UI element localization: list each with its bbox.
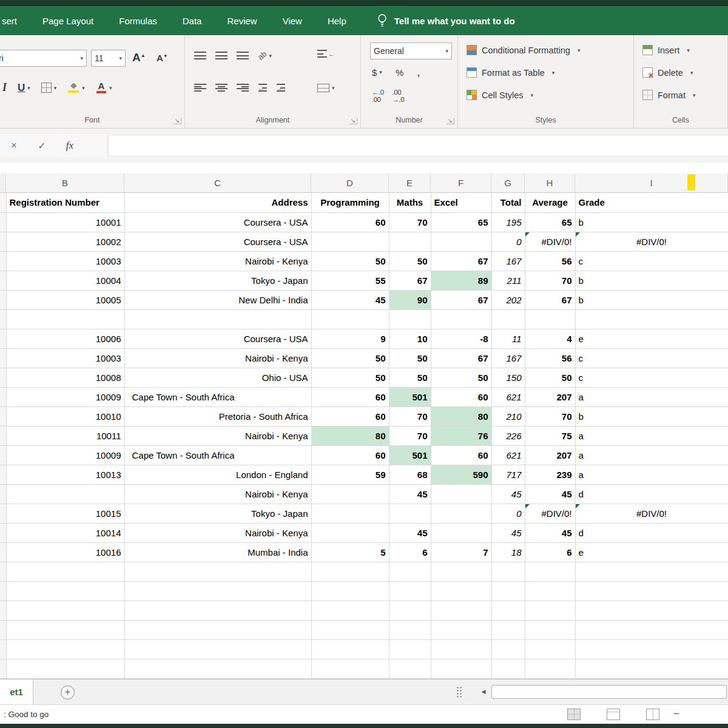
cell-grade[interactable]: a <box>575 387 728 406</box>
cell-d[interactable]: 80 <box>311 426 389 445</box>
cell-total[interactable]: 195 <box>491 212 525 232</box>
cell-empty[interactable] <box>6 620 124 639</box>
merge-center-button[interactable]: ▾ <box>317 84 335 92</box>
cell-empty[interactable] <box>575 601 728 620</box>
cell-total[interactable]: 11 <box>491 329 525 348</box>
scrollbar-thumb[interactable] <box>491 685 727 699</box>
cell-f[interactable]: 76 <box>431 426 491 445</box>
cell-empty[interactable] <box>311 562 389 581</box>
cell-grade[interactable]: b <box>575 290 728 309</box>
cell-total[interactable]: 150 <box>491 368 525 387</box>
header-cell-addr[interactable]: Address <box>124 193 311 212</box>
cell-e[interactable]: 68 <box>389 465 431 484</box>
header-cell-reg[interactable]: Registration Number <box>6 193 124 212</box>
cell-grade[interactable]: #DIV/0! <box>575 504 728 523</box>
cell-grade[interactable]: b <box>575 406 728 426</box>
cell-d[interactable]: 60 <box>311 445 389 465</box>
cell-empty[interactable] <box>491 639 525 659</box>
cell-addr[interactable]: Nairobi - Kenya <box>124 251 311 271</box>
cell-grade[interactable]: b <box>575 271 728 290</box>
ribbon-tab-formulas[interactable]: Formulas <box>106 16 170 26</box>
font-name-select[interactable]: ri ▾ <box>0 50 87 67</box>
cell-reg[interactable]: 10015 <box>6 504 124 523</box>
cell-addr[interactable]: Nairobi - Kenya <box>124 484 311 504</box>
cell-grade[interactable]: e <box>575 329 728 348</box>
cell-total[interactable] <box>491 309 525 329</box>
font-dialog-launcher-icon[interactable]: ↘ <box>174 118 181 124</box>
cell-empty[interactable] <box>311 581 389 601</box>
cell-addr[interactable]: London - England <box>124 465 311 484</box>
cell-empty[interactable] <box>389 562 431 581</box>
format-cells-button[interactable]: Format ▾ <box>642 90 695 100</box>
cell-d[interactable]: 60 <box>311 387 389 406</box>
underline-button[interactable]: U▾ <box>18 82 30 94</box>
cell-empty[interactable] <box>311 620 389 639</box>
format-as-table-button[interactable]: Format as Table ▾ <box>467 67 554 78</box>
cell-total[interactable]: 0 <box>491 232 525 251</box>
header-cell-grade[interactable]: Grade <box>575 193 728 212</box>
cell-empty[interactable] <box>389 620 431 639</box>
cell-d[interactable]: 5 <box>311 542 389 562</box>
cell-addr[interactable]: Tokyo - Japan <box>124 271 311 290</box>
cell-e[interactable]: 50 <box>389 348 431 368</box>
cell-e[interactable]: 45 <box>389 523 431 542</box>
insert-function-button[interactable]: fx <box>56 140 84 152</box>
cell-f[interactable]: 67 <box>431 251 491 271</box>
cell-f[interactable]: 89 <box>431 271 491 290</box>
column-header-D[interactable]: D <box>311 174 389 192</box>
cell-f[interactable] <box>431 309 491 329</box>
cell-avg[interactable]: 4 <box>525 329 575 348</box>
cell-empty[interactable] <box>491 601 525 620</box>
cell-styles-button[interactable]: Cell Styles ▾ <box>467 90 533 100</box>
normal-view-icon[interactable] <box>567 709 581 720</box>
cell-d[interactable]: 55 <box>311 271 389 290</box>
cell-avg[interactable]: 50 <box>525 368 575 387</box>
cell-grade[interactable]: c <box>575 251 728 271</box>
comma-format-button[interactable]: , <box>417 66 420 79</box>
cell-empty[interactable] <box>389 581 431 601</box>
ribbon-tab-view[interactable]: View <box>270 16 315 26</box>
cell-empty[interactable] <box>311 601 389 620</box>
increase-font-size-button[interactable]: A▲ <box>132 51 146 64</box>
cell-d[interactable]: 60 <box>311 406 389 426</box>
cell-empty[interactable] <box>575 620 728 639</box>
align-right-button[interactable] <box>237 84 249 92</box>
cell-avg[interactable]: 67 <box>525 290 575 309</box>
align-center-button[interactable] <box>215 84 228 92</box>
new-sheet-button[interactable]: + <box>61 686 75 699</box>
cell-reg[interactable]: 10009 <box>6 445 124 465</box>
borders-button[interactable]: ▾ <box>41 83 57 93</box>
cell-avg[interactable]: 70 <box>525 406 575 426</box>
cell-total[interactable]: 167 <box>491 251 525 271</box>
cell-empty[interactable] <box>124 639 311 659</box>
sheet-tab-active[interactable]: et1 <box>0 679 33 704</box>
cell-avg[interactable]: 207 <box>525 387 575 406</box>
cell-addr[interactable]: Coursera - USA <box>124 212 311 232</box>
horizontal-scrollbar[interactable]: ◀ <box>473 684 727 699</box>
cell-empty[interactable] <box>575 581 728 601</box>
cell-grade[interactable] <box>575 309 728 329</box>
cell-f[interactable]: 50 <box>431 368 491 387</box>
cell-reg[interactable] <box>6 309 124 329</box>
cell-empty[interactable] <box>525 581 575 601</box>
column-header-B[interactable]: B <box>6 174 124 192</box>
cell-f[interactable]: 60 <box>431 387 491 406</box>
cell-f[interactable]: 60 <box>431 445 491 465</box>
cell-empty[interactable] <box>124 620 311 639</box>
cell-empty[interactable] <box>124 581 311 601</box>
cell-avg[interactable]: 207 <box>525 445 575 465</box>
cell-addr[interactable]: Tokyo - Japan <box>124 504 311 523</box>
cell-empty[interactable] <box>491 659 525 678</box>
cell-e[interactable] <box>389 309 431 329</box>
cell-d[interactable]: 60 <box>311 212 389 232</box>
cell-f[interactable]: 7 <box>431 542 491 562</box>
cell-avg[interactable]: #DIV/0! <box>525 232 575 251</box>
cell-reg[interactable]: 10013 <box>6 465 124 484</box>
cell-e[interactable]: 70 <box>389 426 431 445</box>
cell-reg[interactable]: 10009 <box>6 387 124 406</box>
cell-f[interactable] <box>431 484 491 504</box>
cell-d[interactable] <box>311 523 389 542</box>
cell-f[interactable] <box>431 504 491 523</box>
cell-avg[interactable]: 45 <box>525 523 575 542</box>
cell-d[interactable]: 50 <box>311 348 389 368</box>
